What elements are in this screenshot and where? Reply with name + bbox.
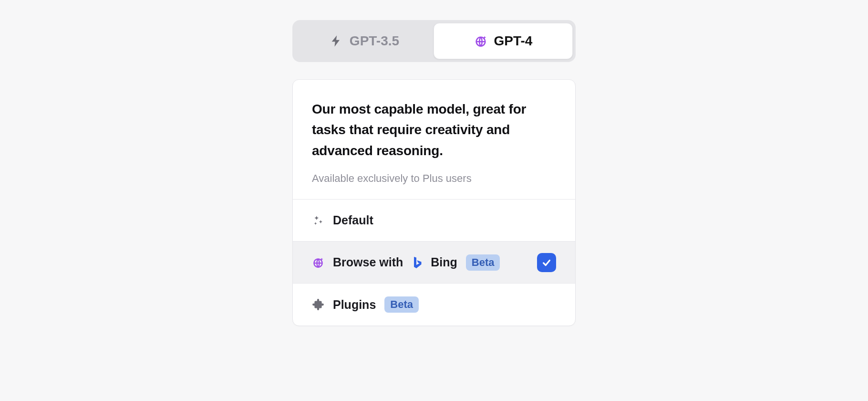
- tab-label: GPT-3.5: [350, 33, 399, 49]
- lightning-icon: [330, 34, 343, 48]
- sparkles-icon: [312, 214, 324, 227]
- globe-sparkle-icon: [474, 34, 487, 48]
- model-description-block: Our most capable model, great for tasks …: [293, 80, 575, 200]
- tab-label: GPT-4: [494, 33, 533, 49]
- model-description: Our most capable model, great for tasks …: [312, 99, 556, 161]
- model-subtext: Available exclusively to Plus users: [312, 172, 556, 185]
- option-label: Default: [333, 213, 373, 227]
- puzzle-icon: [312, 298, 324, 311]
- option-plugins[interactable]: Plugins Beta: [293, 284, 575, 326]
- model-options-panel: Our most capable model, great for tasks …: [292, 79, 576, 326]
- beta-badge: Beta: [384, 296, 419, 313]
- option-label-post: Bing: [431, 255, 457, 269]
- beta-badge: Beta: [466, 254, 500, 271]
- bing-icon: [412, 256, 422, 269]
- tab-gpt-4[interactable]: GPT-4: [434, 23, 573, 59]
- option-browse-with-bing[interactable]: Browse with Bing Beta: [293, 242, 575, 284]
- selected-check: [537, 253, 556, 272]
- model-toggle: GPT-3.5 GPT-4: [292, 20, 576, 62]
- option-label: Plugins: [333, 298, 376, 312]
- option-default[interactable]: Default: [293, 200, 575, 242]
- globe-sparkle-icon: [312, 256, 324, 269]
- option-label-pre: Browse with: [333, 255, 403, 269]
- tab-gpt-3-5[interactable]: GPT-3.5: [295, 23, 434, 59]
